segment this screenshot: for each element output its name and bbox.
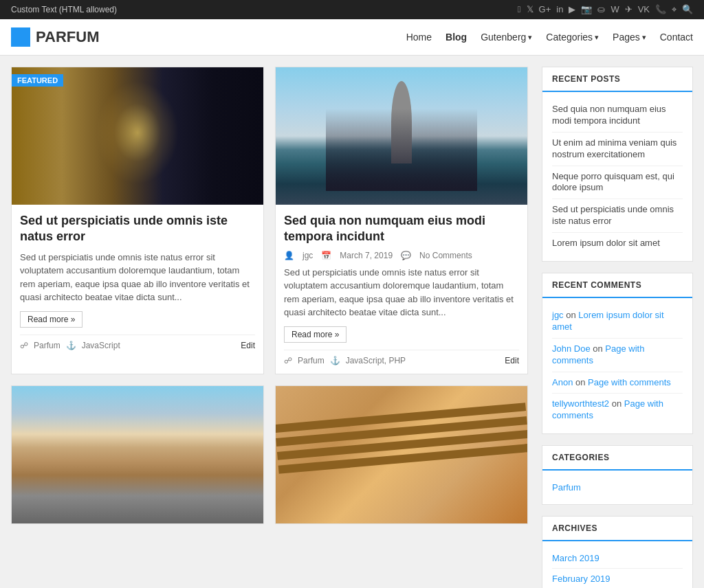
tag-icon: ⚓ — [66, 341, 76, 350]
post-comments-2: No Comments — [419, 251, 472, 260]
facebook-icon[interactable]:  — [518, 4, 521, 15]
archive-february-2019[interactable]: February 2019 — [552, 569, 683, 588]
comment-icon: 💬 — [401, 251, 411, 260]
archives-section: ARCHIVES March 2019 February 2019 — [542, 516, 693, 588]
post-date-2: March 7, 2019 — [340, 251, 393, 260]
logo[interactable]: PARFUM — [11, 27, 99, 47]
archives-items: March 2019 February 2019 — [542, 541, 692, 588]
vk-icon[interactable]: VK — [638, 4, 650, 15]
post-body-2: Sed quia non numquam eius modi tempora i… — [276, 205, 527, 374]
post-footer-2: ☍ Parfum ⚓ JavaScript, PHP Edit — [284, 350, 519, 365]
search-icon[interactable]: 🔍 — [682, 4, 693, 15]
post-author-2: jgc — [302, 251, 313, 260]
archive-march-2019[interactable]: March 2019 — [552, 548, 683, 569]
telegram-icon[interactable]: ✈ — [625, 4, 632, 15]
post-image-4 — [276, 386, 527, 523]
category-icon-2: ☍ — [284, 356, 292, 365]
categories-items: Parfum — [542, 471, 692, 504]
city-image — [276, 67, 527, 205]
main-wrapper: Featured Sed ut perspiciatis unde omnis … — [0, 56, 704, 588]
nav-blog[interactable]: Blog — [446, 32, 467, 43]
category-icon: ☍ — [20, 341, 28, 350]
recent-comments-items: jgc on Lorem ipsum dolor sit amet John D… — [542, 298, 692, 433]
post-excerpt-2: Sed ut perspiciatis unde omnis iste natu… — [284, 266, 519, 319]
topbar: Custom Text (HTML allowed)  𝕏 G+ in ▶ 📷… — [0, 0, 704, 19]
tag-icon-2: ⚓ — [330, 356, 340, 365]
post-title-2[interactable]: Sed quia non numquam eius modi tempora i… — [284, 213, 519, 245]
post-tags-label-2[interactable]: JavaScript, PHP — [346, 356, 406, 365]
post-tags-label-1[interactable]: JavaScript — [82, 341, 120, 350]
topbar-social-icons:  𝕏 G+ in ▶ 📷 ⛀ W ✈ VK 📞 ⌖ 🔍 — [518, 4, 693, 15]
post-tags-2: ☍ Parfum ⚓ JavaScript, PHP — [284, 356, 406, 365]
recent-post-0[interactable]: Sed quia non numquam eius modi tempora i… — [552, 99, 683, 133]
abacus-image — [276, 386, 527, 523]
nav-contact[interactable]: Contact — [660, 32, 693, 43]
posts-area: Featured Sed ut perspiciatis unde omnis … — [11, 67, 528, 588]
recent-comment-1: John Doe on Page with comments — [552, 339, 683, 372]
tunnel-image — [12, 67, 263, 205]
recent-post-3[interactable]: Sed ut perspiciatis unde omnis iste natu… — [552, 199, 683, 233]
nav-home[interactable]: Home — [406, 32, 432, 43]
logo-box — [11, 27, 30, 47]
recent-comments-section: RECENT COMMENTS jgc on Lorem ipsum dolor… — [542, 273, 693, 434]
comment-on-2: on — [575, 377, 588, 387]
recent-comments-title: RECENT COMMENTS — [542, 273, 692, 298]
pinterest-icon[interactable]: ⛀ — [597, 4, 605, 15]
comment-on-0: on — [566, 310, 575, 320]
categories-title: CATEGORIES — [542, 446, 692, 471]
comment-on-3: on — [612, 398, 624, 409]
post-title-1[interactable]: Sed ut perspiciatis unde omnis iste natu… — [20, 213, 255, 245]
comment-on-1: on — [593, 343, 605, 354]
whatsapp-icon[interactable]: 📞 — [655, 4, 666, 15]
post-card-1: Featured Sed ut perspiciatis unde omnis … — [11, 67, 264, 374]
instagram-icon[interactable]: 📷 — [581, 4, 592, 15]
category-parfum[interactable]: Parfum — [552, 477, 683, 497]
read-more-2[interactable]: Read more » — [284, 326, 346, 343]
post-image-3 — [12, 386, 263, 523]
content-area: Featured Sed ut perspiciatis unde omnis … — [0, 56, 704, 588]
author-icon: 👤 — [284, 251, 294, 260]
twitter-icon[interactable]: 𝕏 — [527, 4, 534, 15]
rss-icon[interactable]: ⌖ — [672, 4, 676, 15]
edit-link-1[interactable]: Edit — [241, 341, 255, 350]
post-tags-1: ☍ Parfum ⚓ JavaScript — [20, 341, 120, 350]
topbar-custom-text: Custom Text (HTML allowed) — [11, 5, 117, 14]
comment-user-1[interactable]: John Doe — [552, 343, 591, 354]
post-category-1[interactable]: Parfum — [34, 341, 60, 350]
recent-posts-title: RECENT POSTS — [542, 67, 692, 92]
post-body-1: Sed ut perspiciatis unde omnis iste natu… — [12, 205, 263, 359]
nav-categories[interactable]: Categories — [546, 32, 599, 43]
featured-badge: Featured — [12, 74, 63, 87]
post-footer-1: ☍ Parfum ⚓ JavaScript Edit — [20, 335, 255, 350]
sidebar: RECENT POSTS Sed quia non numquam eius m… — [542, 67, 693, 588]
post-card-4 — [275, 385, 528, 524]
nav-pages[interactable]: Pages — [613, 32, 646, 43]
archives-title: ARCHIVES — [542, 517, 692, 541]
recent-post-1[interactable]: Ut enim ad minima veniam quis nostrum ex… — [552, 133, 683, 166]
post-category-2[interactable]: Parfum — [298, 356, 324, 365]
recent-comment-0: jgc on Lorem ipsum dolor sit amet — [552, 305, 683, 339]
post-card-3 — [11, 385, 264, 524]
comment-link-2[interactable]: Page with comments — [588, 377, 671, 387]
header: PARFUM Home Blog Gutenberg Categories Pa… — [0, 19, 704, 56]
read-more-1[interactable]: Read more » — [20, 311, 82, 328]
youtube-icon[interactable]: ▶ — [569, 4, 575, 15]
nav-gutenberg[interactable]: Gutenberg — [481, 32, 532, 43]
linkedin-icon[interactable]: in — [556, 4, 563, 15]
categories-section: CATEGORIES Parfum — [542, 445, 693, 505]
wordpress-icon[interactable]: W — [610, 4, 619, 15]
oldtown-image — [12, 386, 263, 523]
post-image-1: Featured — [12, 67, 263, 205]
logo-text: PARFUM — [36, 28, 99, 46]
recent-post-4[interactable]: Lorem ipsum dolor sit amet — [552, 233, 683, 254]
googleplus-icon[interactable]: G+ — [539, 4, 551, 15]
edit-link-2[interactable]: Edit — [505, 356, 519, 365]
post-excerpt-1: Sed ut perspiciatis unde omnis iste natu… — [20, 251, 255, 304]
recent-posts-section: RECENT POSTS Sed quia non numquam eius m… — [542, 67, 693, 262]
comment-user-3[interactable]: tellyworthtest2 — [552, 398, 609, 409]
post-card-2: Sed quia non numquam eius modi tempora i… — [275, 67, 528, 374]
posts-grid: Featured Sed ut perspiciatis unde omnis … — [11, 67, 528, 524]
comment-user-2[interactable]: Anon — [552, 377, 573, 387]
recent-post-2[interactable]: Neque porro quisquam est, qui dolore ips… — [552, 166, 683, 200]
comment-user-0[interactable]: jgc — [552, 310, 564, 320]
